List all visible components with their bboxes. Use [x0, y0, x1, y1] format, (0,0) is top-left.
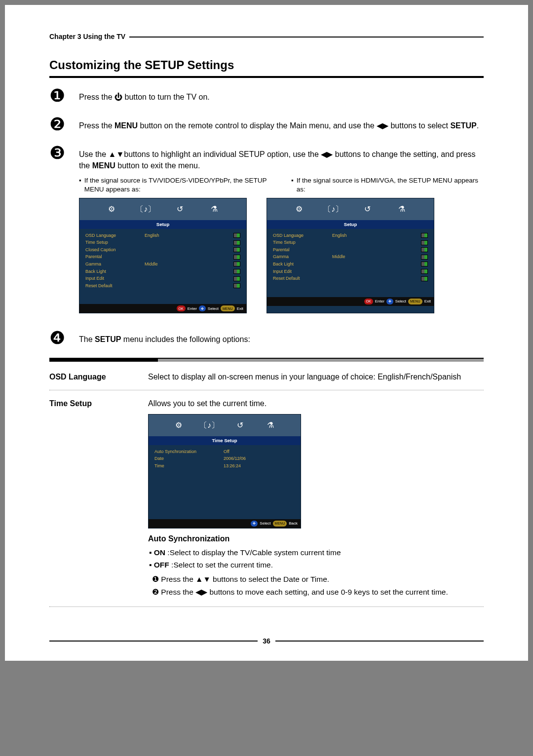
dpad-pill-icon: ✥ [251, 521, 258, 527]
list-item: ON :Select to display the TV/Cable syste… [154, 547, 484, 558]
step-2-body: Press the MENU button on the remote cont… [79, 115, 484, 133]
enter-indicator-icon [233, 240, 240, 245]
option-row-osd-language: OSD Language Select to display all on-sc… [49, 370, 484, 390]
osd-tab-icons: ⚙ 〔♪〕 ↺ ⚗ [267, 198, 434, 220]
option-desc: Select to display all on-screen menus in… [148, 372, 484, 382]
chapter-header: Chapter 3 Using the TV [49, 32, 484, 42]
enter-indicator-icon [233, 255, 240, 260]
step-3-body: Use the ▲▼buttons to highlight an indivi… [79, 144, 484, 318]
osd-footer: OKEnter ✥Select MENUExit [79, 304, 246, 313]
osd-tab-title: Setup [267, 220, 434, 228]
osd-setup-a: ⚙ 〔♪〕 ↺ ⚗ Setup OSD LanguageEnglish Time… [79, 198, 247, 313]
osd-icon: ⚙ [172, 419, 185, 432]
page-number: 36 [263, 637, 270, 646]
enter-indicator-icon [233, 276, 240, 281]
osd-tab-title: Time Setup [149, 436, 301, 445]
step-4: ❹ The SETUP menu includes the following … [49, 329, 484, 347]
auto-sync-list: ON :Select to display the TV/Cable syste… [148, 547, 484, 570]
step-4-body: The SETUP menu includes the following op… [79, 329, 484, 347]
enter-indicator-icon [421, 240, 428, 245]
osd-time-setup: ⚙ 〔♪〕 ↺ ⚗ Time Setup Auto Synchronizatio… [148, 414, 301, 528]
manual-page: Chapter 3 Using the TV Customizing the S… [5, 5, 528, 661]
step-number-icon: ❶ [49, 87, 79, 105]
menu-pill-icon: MENU [408, 299, 422, 304]
enter-indicator-icon [421, 269, 428, 274]
menu-pill-icon: MENU [273, 521, 287, 527]
osd-tab-icons: ⚙ 〔♪〕 ↺ ⚗ [79, 198, 246, 220]
enter-indicator-icon [421, 262, 428, 266]
osd-icon: ⚗ [264, 419, 277, 432]
option-row-time-setup: Time Setup Allows you to set the current… [49, 396, 484, 607]
step-1: ❶ Press the ⏻ button to turn the TV on. [49, 87, 484, 105]
dpad-pill-icon: ✥ [386, 299, 393, 304]
osd-icon: ⚗ [395, 203, 408, 216]
step-2: ❷ Press the MENU button on the remote co… [49, 115, 484, 133]
power-icon: ⏻ [114, 93, 122, 101]
osd-icon: ↺ [361, 203, 374, 216]
ok-pill-icon: OK [364, 299, 373, 304]
osd-icon: ⚙ [105, 203, 118, 216]
option-desc: Allows you to set the current time. ⚙ 〔♪… [148, 398, 484, 600]
ok-pill-icon: OK [177, 305, 186, 311]
osd-footer: OKEnter ✥Select MENUExit [267, 297, 434, 306]
table-header-bar [49, 359, 484, 362]
enter-indicator-icon [233, 269, 240, 274]
options-table: OSD Language Select to display all on-sc… [49, 358, 484, 606]
enter-indicator-icon [421, 255, 428, 260]
note-left: ▪If the signal source is TV/VIDOE/S-VIDE… [79, 176, 271, 194]
enter-indicator-icon [421, 233, 428, 238]
step-number-icon: ❸ [49, 144, 79, 318]
step-number-icon: ❷ [49, 115, 79, 133]
osd-icon: ↺ [174, 203, 187, 216]
substep-1: ❶ Press the ▲▼ buttons to select the Dat… [154, 574, 484, 585]
menu-pill-icon: MENU [221, 305, 235, 311]
section-title: Customizing the SETUP Settings [49, 57, 484, 74]
osd-icon: ↺ [233, 419, 246, 432]
note-right: ▪If the signal source is HDMI/VGA, the S… [291, 176, 484, 194]
osd-screenshots-row: ⚙ 〔♪〕 ↺ ⚗ Setup OSD LanguageEnglish Time… [79, 198, 484, 313]
chapter-label: Chapter 3 Using the TV [49, 32, 125, 42]
option-name: Time Setup [49, 398, 148, 600]
substep-2: ❷ Press the ◀▶ buttons to move each sett… [154, 587, 484, 598]
page-footer: 36 [49, 637, 484, 646]
osd-body: OSD LanguageEnglish Time Setup Parental … [267, 229, 434, 297]
osd-icon: 〔♪〕 [139, 203, 152, 216]
enter-indicator-icon [233, 283, 240, 288]
osd-tab-title: Setup [79, 220, 246, 228]
osd-icon: 〔♪〕 [327, 203, 340, 216]
list-item: OFF :Select to set the current time. [154, 560, 484, 570]
step-number-icon: ❹ [49, 329, 79, 347]
osd-tab-icons: ⚙ 〔♪〕 ↺ ⚗ [149, 415, 301, 436]
osd-footer: ✥Select MENUBack [149, 519, 301, 528]
footer-rule [275, 641, 484, 642]
enter-indicator-icon [421, 276, 428, 281]
enter-indicator-icon [233, 262, 240, 266]
title-rule [49, 76, 484, 78]
dpad-pill-icon: ✥ [199, 305, 206, 311]
enter-indicator-icon [421, 247, 428, 252]
osd-icon: ⚙ [293, 203, 305, 216]
footer-rule [49, 641, 258, 642]
osd-body: OSD LanguageEnglish Time Setup Closed Ca… [79, 229, 246, 304]
auto-sync-heading: Auto Synchronization [148, 533, 484, 544]
enter-indicator-icon [233, 247, 240, 252]
enter-indicator-icon [233, 233, 240, 238]
step-1-body: Press the ⏻ button to turn the TV on. [79, 87, 484, 105]
option-name: OSD Language [49, 372, 148, 382]
header-rule [129, 37, 484, 38]
osd-icon: 〔♪〕 [203, 419, 216, 432]
osd-icon: ⚗ [208, 203, 221, 216]
step-3: ❸ Use the ▲▼buttons to highlight an indi… [49, 144, 484, 318]
osd-setup-b: ⚙ 〔♪〕 ↺ ⚗ Setup OSD LanguageEnglish Time… [266, 198, 434, 313]
osd-body: Auto SynchronizationOff Date2006/12/06 T… [149, 445, 301, 519]
